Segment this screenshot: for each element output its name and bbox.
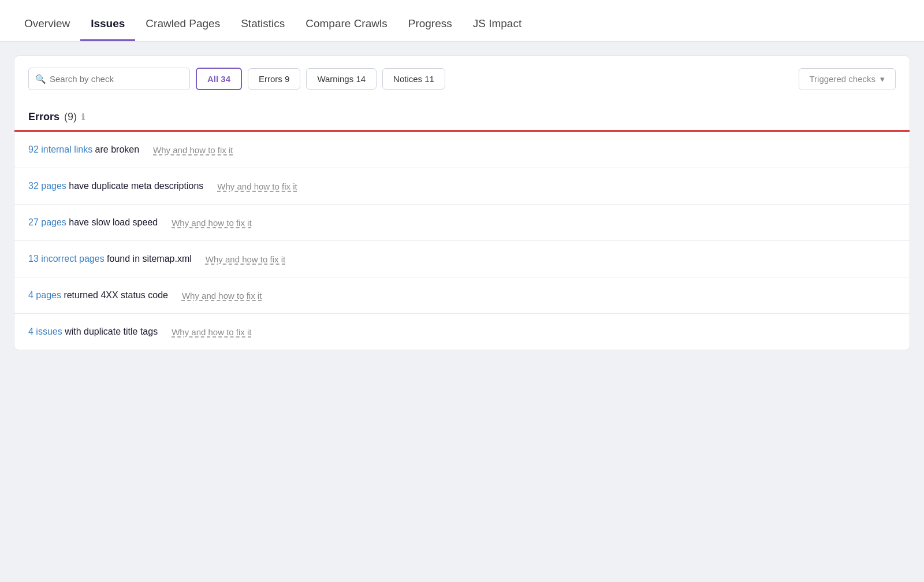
nav-item-overview[interactable]: Overview — [14, 6, 80, 41]
duplicate-titles-fix-link[interactable]: Why and how to fix it — [172, 327, 251, 337]
info-icon[interactable]: ℹ — [81, 112, 85, 123]
issue-row: 4 pages returned 4XX status code Why and… — [14, 277, 910, 314]
duplicate-meta-link[interactable]: 32 pages — [28, 181, 66, 191]
4xx-text: returned 4XX status code — [61, 290, 168, 300]
issue-row: 92 internal links are broken Why and how… — [14, 132, 910, 168]
triggered-checks-button[interactable]: Triggered checks ▾ — [799, 68, 896, 90]
duplicate-titles-text: with duplicate title tags — [62, 327, 158, 336]
filter-notices-button[interactable]: Notices 11 — [382, 68, 445, 90]
issues-card: 🔍 All 34 Errors 9 Warnings 14 Notices 11… — [14, 55, 910, 350]
4xx-link[interactable]: 4 pages — [28, 290, 61, 300]
chevron-down-icon: ▾ — [880, 74, 885, 84]
duplicate-titles-link[interactable]: 4 issues — [28, 327, 62, 336]
4xx-fix-link[interactable]: Why and how to fix it — [182, 291, 262, 301]
errors-section-header: Errors (9) ℹ — [14, 102, 910, 130]
main-content: 🔍 All 34 Errors 9 Warnings 14 Notices 11… — [0, 42, 924, 364]
filter-errors-button[interactable]: Errors 9 — [248, 68, 300, 90]
search-input[interactable] — [28, 68, 190, 90]
sitemap-text: found in sitemap.xml — [105, 254, 192, 264]
slow-load-link[interactable]: 27 pages — [28, 217, 66, 227]
filter-bar: 🔍 All 34 Errors 9 Warnings 14 Notices 11… — [14, 56, 910, 102]
nav-item-progress[interactable]: Progress — [398, 6, 463, 41]
duplicate-meta-fix-link[interactable]: Why and how to fix it — [217, 181, 297, 191]
issue-row: 13 incorrect pages found in sitemap.xml … — [14, 241, 910, 277]
filter-warnings-button[interactable]: Warnings 14 — [306, 68, 377, 90]
broken-links-fix-link[interactable]: Why and how to fix it — [153, 145, 233, 155]
nav-item-compare-crawls[interactable]: Compare Crawls — [295, 6, 397, 41]
slow-load-fix-link[interactable]: Why and how to fix it — [172, 218, 251, 228]
top-navigation: Overview Issues Crawled Pages Statistics… — [0, 0, 924, 42]
errors-count: (9) — [64, 111, 77, 123]
errors-heading: Errors — [28, 111, 59, 123]
nav-item-js-impact[interactable]: JS Impact — [463, 6, 532, 41]
sitemap-fix-link[interactable]: Why and how to fix it — [206, 254, 285, 264]
issue-row: 32 pages have duplicate meta description… — [14, 168, 910, 205]
slow-load-text: have slow load speed — [66, 217, 158, 227]
search-icon: 🔍 — [35, 74, 46, 84]
search-wrap: 🔍 — [28, 68, 190, 90]
duplicate-meta-text: have duplicate meta descriptions — [66, 181, 203, 191]
nav-item-statistics[interactable]: Statistics — [230, 6, 295, 41]
sitemap-link[interactable]: 13 incorrect pages — [28, 254, 105, 264]
issue-row: 27 pages have slow load speed Why and ho… — [14, 205, 910, 241]
broken-links-text: are broken — [92, 144, 139, 154]
nav-item-issues[interactable]: Issues — [80, 6, 135, 41]
issue-row: 4 issues with duplicate title tags Why a… — [14, 314, 910, 350]
filter-all-button[interactable]: All 34 — [196, 68, 242, 90]
nav-item-crawled-pages[interactable]: Crawled Pages — [135, 6, 230, 41]
broken-links-link[interactable]: 92 internal links — [28, 144, 92, 154]
